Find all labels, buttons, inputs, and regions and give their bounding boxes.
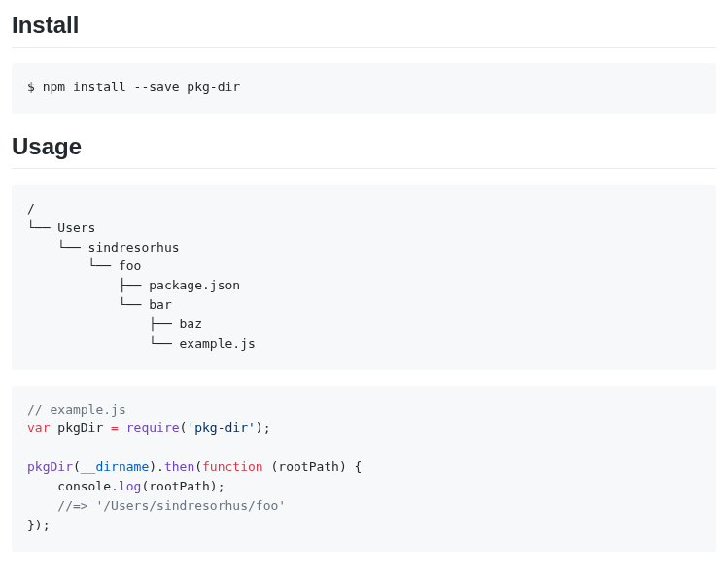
- code-func-require: require: [126, 421, 180, 435]
- code-text: (: [73, 459, 81, 474]
- code-text: );: [256, 421, 271, 435]
- usage-tree-block: / └── Users └── sindresorhus └── foo ├──…: [12, 185, 716, 370]
- usage-tree: / └── Users └── sindresorhus └── foo ├──…: [27, 201, 256, 351]
- code-string: 'pkg-dir': [187, 421, 255, 435]
- code-comment: // example.js: [27, 402, 126, 417]
- code-text: (: [194, 459, 202, 474]
- install-section: Install $ npm install --save pkg-dir: [12, 12, 716, 114]
- code-text: console.: [27, 479, 119, 493]
- code-keyword-var: var: [27, 421, 50, 435]
- code-text: pkgDir: [50, 421, 111, 435]
- code-text: });: [27, 518, 50, 532]
- code-operator: =: [111, 421, 119, 435]
- install-heading: Install: [12, 12, 716, 48]
- code-func-pkgdir: pkgDir: [27, 459, 73, 474]
- code-text: (rootPath);: [141, 479, 225, 493]
- usage-code: // example.js var pkgDir = require('pkg-…: [27, 402, 362, 532]
- usage-code-block: // example.js var pkgDir = require('pkg-…: [12, 386, 716, 552]
- code-builtin-dirname: __dirname: [81, 459, 149, 474]
- install-command: $ npm install --save pkg-dir: [27, 80, 240, 94]
- code-param: rootPath: [278, 459, 339, 474]
- code-text: [119, 421, 126, 435]
- install-code-block: $ npm install --save pkg-dir: [12, 63, 716, 114]
- code-text: ).: [149, 459, 164, 474]
- usage-heading: Usage: [12, 133, 716, 169]
- usage-section: Usage / └── Users └── sindresorhus └── f…: [12, 133, 716, 552]
- code-comment: //=> '/Users/sindresorhus/foo': [27, 498, 286, 513]
- code-text: ) {: [339, 459, 362, 474]
- code-func-then: then: [164, 459, 194, 474]
- code-func-log: log: [119, 479, 141, 493]
- code-keyword-function: function: [202, 459, 263, 474]
- code-text: (: [263, 459, 279, 474]
